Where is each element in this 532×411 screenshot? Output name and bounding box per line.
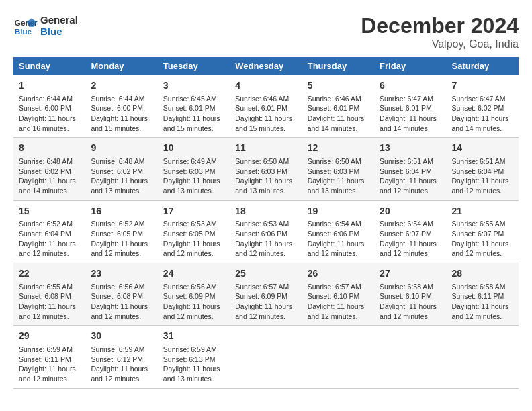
day-info: Sunrise: 6:55 AM Sunset: 6:07 PM Dayligh…: [452, 219, 513, 259]
day-number: 7: [452, 79, 513, 93]
day-cell: 15Sunrise: 6:52 AM Sunset: 6:04 PM Dayli…: [13, 200, 85, 263]
day-number: 28: [452, 267, 513, 281]
page-header: General Blue General Blue December 2024 …: [13, 13, 519, 50]
day-number: 21: [452, 205, 513, 218]
day-info: Sunrise: 6:50 AM Sunset: 6:03 PM Dayligh…: [235, 156, 296, 196]
day-cell: 23Sunrise: 6:56 AM Sunset: 6:08 PM Dayli…: [85, 263, 157, 326]
calendar-table: SundayMondayTuesdayWednesdayThursdayFrid…: [13, 57, 519, 389]
day-cell: 27Sunrise: 6:58 AM Sunset: 6:10 PM Dayli…: [374, 263, 446, 326]
day-number: 13: [380, 142, 441, 155]
logo-icon: General Blue: [13, 13, 38, 38]
day-cell: 25Sunrise: 6:57 AM Sunset: 6:09 PM Dayli…: [230, 263, 302, 326]
day-info: Sunrise: 6:46 AM Sunset: 6:01 PM Dayligh…: [308, 94, 369, 134]
day-number: 12: [308, 142, 369, 155]
day-info: Sunrise: 6:54 AM Sunset: 6:06 PM Dayligh…: [308, 219, 369, 259]
day-number: 19: [308, 205, 369, 218]
day-number: 17: [163, 205, 224, 218]
day-info: Sunrise: 6:59 AM Sunset: 6:11 PM Dayligh…: [19, 345, 80, 384]
day-number: 11: [235, 142, 296, 155]
header-friday: Friday: [374, 57, 446, 75]
day-number: 18: [235, 205, 296, 218]
week-row-4: 22Sunrise: 6:55 AM Sunset: 6:08 PM Dayli…: [13, 263, 519, 326]
day-number: 8: [19, 142, 80, 155]
day-number: 9: [91, 142, 152, 155]
day-info: Sunrise: 6:46 AM Sunset: 6:01 PM Dayligh…: [235, 94, 296, 134]
calendar-title: December 2024: [361, 13, 519, 38]
day-number: 6: [380, 79, 441, 93]
day-info: Sunrise: 6:59 AM Sunset: 6:13 PM Dayligh…: [163, 345, 224, 384]
day-cell: 22Sunrise: 6:55 AM Sunset: 6:08 PM Dayli…: [13, 263, 85, 326]
day-cell: 13Sunrise: 6:51 AM Sunset: 6:04 PM Dayli…: [374, 138, 446, 200]
day-number: 25: [235, 267, 296, 281]
day-cell: 3Sunrise: 6:45 AM Sunset: 6:01 PM Daylig…: [158, 75, 230, 138]
day-info: Sunrise: 6:54 AM Sunset: 6:07 PM Dayligh…: [380, 219, 441, 259]
day-info: Sunrise: 6:53 AM Sunset: 6:06 PM Dayligh…: [235, 219, 296, 259]
day-info: Sunrise: 6:48 AM Sunset: 6:02 PM Dayligh…: [19, 156, 80, 196]
day-number: 29: [19, 330, 80, 343]
day-info: Sunrise: 6:48 AM Sunset: 6:02 PM Dayligh…: [91, 156, 152, 196]
day-number: 22: [19, 267, 80, 281]
day-cell: 9Sunrise: 6:48 AM Sunset: 6:02 PM Daylig…: [85, 138, 157, 200]
day-info: Sunrise: 6:57 AM Sunset: 6:10 PM Dayligh…: [308, 282, 369, 322]
day-number: 20: [380, 205, 441, 218]
day-number: 26: [308, 267, 369, 281]
day-cell: [230, 326, 302, 388]
day-cell: 7Sunrise: 6:47 AM Sunset: 6:02 PM Daylig…: [447, 75, 519, 138]
day-info: Sunrise: 6:49 AM Sunset: 6:03 PM Dayligh…: [163, 156, 224, 196]
day-info: Sunrise: 6:52 AM Sunset: 6:04 PM Dayligh…: [19, 219, 80, 259]
day-cell: 21Sunrise: 6:55 AM Sunset: 6:07 PM Dayli…: [447, 200, 519, 263]
week-row-5: 29Sunrise: 6:59 AM Sunset: 6:11 PM Dayli…: [13, 326, 519, 388]
day-cell: 28Sunrise: 6:58 AM Sunset: 6:11 PM Dayli…: [447, 263, 519, 326]
day-info: Sunrise: 6:47 AM Sunset: 6:01 PM Dayligh…: [380, 94, 441, 134]
day-info: Sunrise: 6:44 AM Sunset: 6:00 PM Dayligh…: [19, 94, 80, 134]
day-cell: 24Sunrise: 6:56 AM Sunset: 6:09 PM Dayli…: [158, 263, 230, 326]
day-info: Sunrise: 6:45 AM Sunset: 6:01 PM Dayligh…: [163, 94, 224, 134]
day-cell: [447, 326, 519, 388]
day-number: 27: [380, 267, 441, 281]
day-cell: 6Sunrise: 6:47 AM Sunset: 6:01 PM Daylig…: [374, 75, 446, 138]
week-row-2: 8Sunrise: 6:48 AM Sunset: 6:02 PM Daylig…: [13, 138, 519, 200]
calendar-subtitle: Valpoy, Goa, India: [361, 38, 519, 50]
day-cell: [302, 326, 374, 388]
day-number: 10: [163, 142, 224, 155]
svg-text:Blue: Blue: [15, 27, 32, 36]
day-info: Sunrise: 6:51 AM Sunset: 6:04 PM Dayligh…: [452, 156, 513, 196]
day-cell: 11Sunrise: 6:50 AM Sunset: 6:03 PM Dayli…: [230, 138, 302, 200]
day-cell: 26Sunrise: 6:57 AM Sunset: 6:10 PM Dayli…: [302, 263, 374, 326]
day-number: 31: [163, 330, 224, 343]
day-cell: 10Sunrise: 6:49 AM Sunset: 6:03 PM Dayli…: [158, 138, 230, 200]
day-cell: 17Sunrise: 6:53 AM Sunset: 6:05 PM Dayli…: [158, 200, 230, 263]
day-number: 16: [91, 205, 152, 218]
week-row-1: 1Sunrise: 6:44 AM Sunset: 6:00 PM Daylig…: [13, 75, 519, 138]
day-cell: 18Sunrise: 6:53 AM Sunset: 6:06 PM Dayli…: [230, 200, 302, 263]
logo: General Blue General Blue: [13, 13, 78, 38]
day-info: Sunrise: 6:51 AM Sunset: 6:04 PM Dayligh…: [380, 156, 441, 196]
day-number: 3: [163, 79, 224, 93]
day-info: Sunrise: 6:47 AM Sunset: 6:02 PM Dayligh…: [452, 94, 513, 134]
header-wednesday: Wednesday: [230, 57, 302, 75]
day-cell: 19Sunrise: 6:54 AM Sunset: 6:06 PM Dayli…: [302, 200, 374, 263]
header-monday: Monday: [85, 57, 157, 75]
title-block: December 2024 Valpoy, Goa, India: [361, 13, 519, 50]
day-info: Sunrise: 6:53 AM Sunset: 6:05 PM Dayligh…: [163, 219, 224, 259]
day-number: 30: [91, 330, 152, 343]
day-cell: 1Sunrise: 6:44 AM Sunset: 6:00 PM Daylig…: [13, 75, 85, 138]
day-number: 15: [19, 205, 80, 218]
day-cell: 5Sunrise: 6:46 AM Sunset: 6:01 PM Daylig…: [302, 75, 374, 138]
day-info: Sunrise: 6:56 AM Sunset: 6:08 PM Dayligh…: [91, 282, 152, 322]
day-info: Sunrise: 6:58 AM Sunset: 6:10 PM Dayligh…: [380, 282, 441, 322]
day-info: Sunrise: 6:57 AM Sunset: 6:09 PM Dayligh…: [235, 282, 296, 322]
day-cell: 20Sunrise: 6:54 AM Sunset: 6:07 PM Dayli…: [374, 200, 446, 263]
day-cell: 8Sunrise: 6:48 AM Sunset: 6:02 PM Daylig…: [13, 138, 85, 200]
day-number: 4: [235, 79, 296, 93]
day-cell: 2Sunrise: 6:44 AM Sunset: 6:00 PM Daylig…: [85, 75, 157, 138]
day-info: Sunrise: 6:59 AM Sunset: 6:12 PM Dayligh…: [91, 345, 152, 384]
day-info: Sunrise: 6:44 AM Sunset: 6:00 PM Dayligh…: [91, 94, 152, 134]
day-info: Sunrise: 6:55 AM Sunset: 6:08 PM Dayligh…: [19, 282, 80, 322]
day-number: 14: [452, 142, 513, 155]
day-number: 5: [308, 79, 369, 93]
day-number: 23: [91, 267, 152, 281]
day-cell: 31Sunrise: 6:59 AM Sunset: 6:13 PM Dayli…: [158, 326, 230, 388]
day-cell: 30Sunrise: 6:59 AM Sunset: 6:12 PM Dayli…: [85, 326, 157, 388]
day-cell: 16Sunrise: 6:52 AM Sunset: 6:05 PM Dayli…: [85, 200, 157, 263]
